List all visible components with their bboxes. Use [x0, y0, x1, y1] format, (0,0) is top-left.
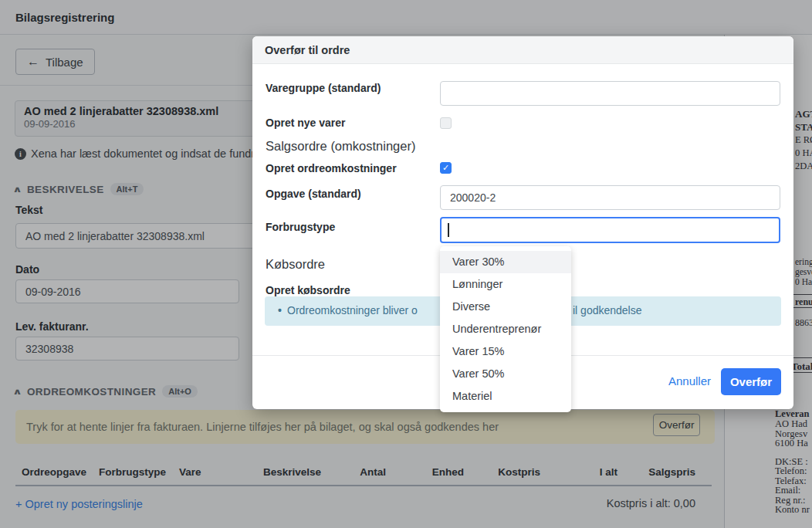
forbrugstype-input[interactable]: [440, 217, 780, 243]
opret-ordreomkostninger-checkbox[interactable]: [440, 162, 452, 174]
opgave-value: 200020-2: [450, 191, 496, 204]
submit-overfor-button[interactable]: Overfør: [721, 368, 781, 395]
dropdown-item-varer-15[interactable]: Varer 15%: [440, 340, 571, 363]
info-alert-text-left: Ordreomkostninger bliver o: [287, 304, 418, 316]
varegruppe-input[interactable]: [440, 81, 780, 106]
opgave-label: Opgave (standard): [266, 188, 361, 200]
opret-nye-varer-checkbox[interactable]: [440, 117, 452, 129]
salgsordre-heading: Salgsordre (omkostninger): [266, 139, 415, 154]
dropdown-item-varer-50[interactable]: Varer 50%: [440, 363, 571, 385]
dropdown-item-underentreprenor[interactable]: Underentreprenør: [440, 318, 571, 340]
dropdown-item-lonninger[interactable]: Lønninger: [440, 273, 571, 296]
opret-ordreomkostninger-label: Opret ordreomkostninger: [266, 162, 397, 174]
cancel-link[interactable]: Annuller: [668, 374, 711, 388]
dropdown-item-varer-30[interactable]: Varer 30%: [440, 251, 571, 273]
bilagsregistrering-screen: Bilagsregistrering Tilbage AO med 2 linj…: [0, 0, 812, 528]
forbrugstype-label: Forbrugstype: [266, 221, 335, 233]
opret-nye-varer-label: Opret nye varer: [266, 117, 346, 129]
text-caret: [448, 223, 449, 237]
modal-header: Overfør til ordre: [252, 36, 793, 64]
varegruppe-label: Varegruppe (standard): [266, 82, 381, 94]
forbrugstype-dropdown: Varer 30% Lønninger Diverse Underentrepr…: [440, 246, 571, 412]
dropdown-item-diverse[interactable]: Diverse: [440, 296, 571, 318]
opgave-input[interactable]: 200020-2: [440, 185, 780, 210]
modal-title: Overfør til ordre: [252, 44, 350, 56]
opret-kobsordre-label: Opret købsordre: [266, 284, 350, 296]
bullet: •: [278, 304, 282, 316]
dropdown-item-materiel[interactable]: Materiel: [440, 385, 571, 408]
kobsordre-heading: Købsordre: [266, 257, 325, 272]
info-alert-text-right: il godkendelse: [573, 304, 642, 316]
